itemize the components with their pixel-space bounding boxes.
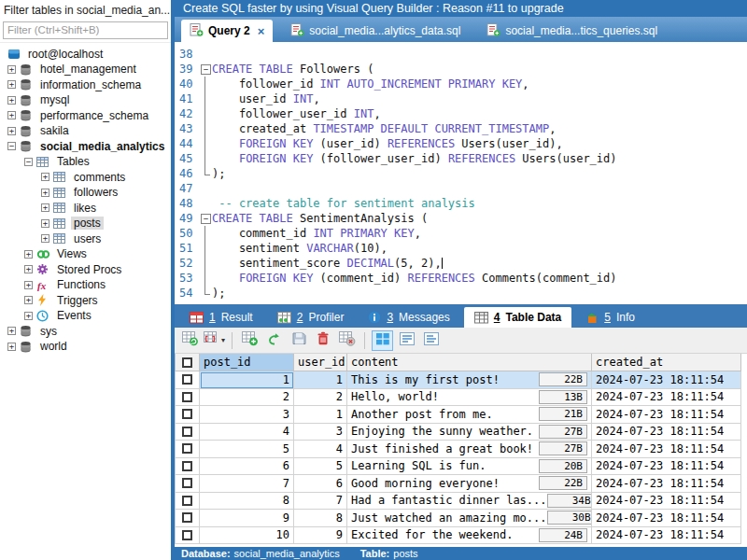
tree-item-social-media-analytics[interactable]: −social_media_analytics <box>0 139 171 155</box>
blob-size-button[interactable]: 34B <box>547 494 592 508</box>
cell-user-id[interactable]: 9 <box>294 527 347 545</box>
collapse-minus-icon[interactable]: − <box>24 158 33 166</box>
cell-created-at[interactable]: 2024-07-23 18:11:54 <box>592 527 741 545</box>
cell-created-at[interactable]: 2024-07-23 18:11:54 <box>592 371 741 389</box>
result-tab-info[interactable]: 5Info <box>575 307 645 328</box>
cell-user-id[interactable]: 5 <box>294 458 347 476</box>
row-checkbox[interactable] <box>182 392 192 402</box>
row-checkbox[interactable] <box>182 427 192 437</box>
cell-content[interactable]: Good morning everyone!22B <box>347 475 592 493</box>
tree-item-views[interactable]: +Views <box>0 246 171 262</box>
result-tab-profiler[interactable]: 2Profiler <box>267 307 355 328</box>
expand-plus-icon[interactable]: + <box>7 343 16 351</box>
cell-content[interactable]: Hello, world!13B <box>347 389 592 407</box>
cell-post-id[interactable]: 2 <box>200 389 294 407</box>
tree-item-comments[interactable]: +comments <box>0 170 171 186</box>
tree-item-sakila[interactable]: +sakila <box>0 123 171 139</box>
sql-editor[interactable]: 3839CREATE TABLE Followers (40 follower_… <box>175 42 747 304</box>
save-changes-button[interactable] <box>288 330 309 351</box>
tree-item-users[interactable]: +users <box>0 231 171 247</box>
expand-plus-icon[interactable]: + <box>7 127 16 135</box>
expand-plus-icon[interactable]: + <box>24 250 33 259</box>
table-row[interactable]: 109Excited for the weekend.24B2024-07-23… <box>175 527 747 545</box>
cell-user-id[interactable]: 6 <box>294 475 347 493</box>
expand-plus-icon[interactable]: + <box>7 65 16 74</box>
cell-post-id[interactable]: 10 <box>200 527 294 545</box>
tree-item-posts[interactable]: +posts <box>0 216 171 231</box>
expand-plus-icon[interactable]: + <box>24 296 33 304</box>
expand-plus-icon[interactable]: + <box>41 203 49 212</box>
cell-created-at[interactable]: 2024-07-23 18:11:54 <box>592 424 741 441</box>
table-row[interactable]: 22Hello, world!13B2024-07-23 18:11:54 <box>175 389 747 407</box>
table-row[interactable]: 11This is my first post!22B2024-07-23 18… <box>175 371 747 389</box>
row-checkbox[interactable] <box>182 512 192 523</box>
cell-post-id[interactable]: 4 <box>200 424 294 441</box>
expand-plus-icon[interactable]: + <box>7 96 16 105</box>
cell-created-at[interactable]: 2024-07-23 18:11:54 <box>592 441 741 458</box>
cell-user-id[interactable]: 7 <box>294 493 347 511</box>
cell-content[interactable]: Learning SQL is fun.20B <box>347 458 592 476</box>
cell-user-id[interactable]: 1 <box>294 371 347 389</box>
expand-plus-icon[interactable]: + <box>41 189 49 197</box>
fold-toggle-icon[interactable] <box>200 211 212 226</box>
blob-size-button[interactable]: 27B <box>539 425 587 439</box>
cell-user-id[interactable]: 8 <box>294 510 347 527</box>
tree-item-sys[interactable]: +sys <box>0 324 171 340</box>
tree-item-information-schema[interactable]: +information_schema <box>0 77 171 93</box>
cell-content[interactable]: Another post from me.21B <box>347 406 592 424</box>
column-header-user-id[interactable]: user_id <box>294 354 347 371</box>
row-checkbox[interactable] <box>182 530 192 540</box>
tree-item-world[interactable]: +world <box>0 339 171 355</box>
refresh-data-button[interactable] <box>179 330 201 351</box>
cell-post-id[interactable]: 1 <box>200 371 294 389</box>
table-row[interactable]: 43Enjoying the sunny weather.27B2024-07-… <box>175 424 747 441</box>
tree-item-root-localhost[interactable]: root@localhost <box>0 47 171 63</box>
row-checkbox[interactable] <box>182 461 192 471</box>
table-row[interactable]: 87Had a fantastic dinner las...34B2024-0… <box>175 493 747 511</box>
doc-tab-social-media-tics-queries-sql[interactable]: social_media...tics_queries.sql <box>478 20 666 42</box>
tree-item-performance-schema[interactable]: +performance_schema <box>0 108 171 124</box>
filter-input[interactable] <box>3 21 168 39</box>
cell-post-id[interactable]: 5 <box>200 441 294 458</box>
table-row[interactable]: 76Good morning everyone!22B2024-07-23 18… <box>175 475 747 493</box>
cell-content[interactable]: Enjoying the sunny weather.27B <box>347 424 592 441</box>
cell-post-id[interactable]: 6 <box>200 458 294 476</box>
insert-row-button[interactable] <box>239 330 261 351</box>
blob-size-button[interactable]: 21B <box>539 407 587 421</box>
select-all-checkbox[interactable] <box>182 357 192 368</box>
tree-item-tables[interactable]: −Tables <box>0 154 171 170</box>
cell-created-at[interactable]: 2024-07-23 18:11:54 <box>592 406 741 424</box>
cell-post-id[interactable]: 3 <box>200 406 294 424</box>
set-limit-button[interactable]: ▾ <box>204 330 225 351</box>
expand-plus-icon[interactable]: + <box>24 281 33 289</box>
expand-plus-icon[interactable]: + <box>41 234 49 243</box>
cell-content[interactable]: Excited for the weekend.24B <box>347 527 592 545</box>
expand-plus-icon[interactable]: + <box>24 312 33 320</box>
expand-plus-icon[interactable]: + <box>7 80 16 89</box>
cell-content[interactable]: This is my first post!22B <box>347 371 592 389</box>
blob-size-button[interactable]: 30B <box>547 511 592 525</box>
tree-item-stored-procs[interactable]: +Stored Procs <box>0 262 171 278</box>
cell-created-at[interactable]: 2024-07-23 18:11:54 <box>592 458 741 476</box>
tree-item-followers[interactable]: +followers <box>0 185 171 201</box>
upgrade-banner[interactable]: Create SQL faster by using Visual Query … <box>175 0 747 17</box>
cell-created-at[interactable]: 2024-07-23 18:11:54 <box>592 389 741 407</box>
cell-post-id[interactable]: 8 <box>200 493 294 511</box>
cell-created-at[interactable]: 2024-07-23 18:11:54 <box>592 510 741 527</box>
cell-user-id[interactable]: 3 <box>294 424 347 441</box>
doc-tab-query-2[interactable]: Query 2× <box>181 20 273 42</box>
delete-row-button[interactable] <box>312 330 333 351</box>
cell-user-id[interactable]: 4 <box>294 441 347 458</box>
expand-plus-icon[interactable]: + <box>41 219 49 228</box>
cell-user-id[interactable]: 2 <box>294 389 347 407</box>
cell-created-at[interactable]: 2024-07-23 18:11:54 <box>592 475 741 493</box>
doc-tab-social-media-alytics-data-sql[interactable]: social_media...alytics_data.sql <box>282 20 469 42</box>
expand-plus-icon[interactable]: + <box>7 111 16 119</box>
close-tab-icon[interactable]: × <box>258 24 265 38</box>
row-checkbox[interactable] <box>182 443 192 454</box>
discard-changes-button[interactable] <box>336 330 358 351</box>
result-tab-table-data[interactable]: 4Table Data <box>464 307 571 328</box>
fold-toggle-icon[interactable] <box>200 62 212 77</box>
tree-item-hotel-management[interactable]: +hotel_management <box>0 62 171 77</box>
blob-size-button[interactable]: 22B <box>539 372 587 386</box>
